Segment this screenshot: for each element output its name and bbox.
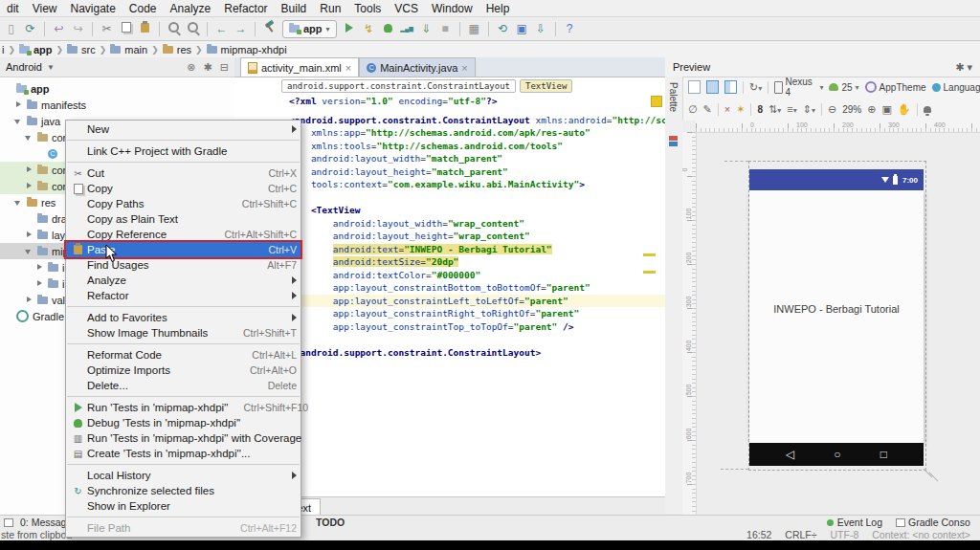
tree-item-manifests[interactable]: manifests xyxy=(0,97,234,113)
cut-icon[interactable]: ✂ xyxy=(98,19,116,38)
code-line[interactable]: </android.support.constraint.ConstraintL… xyxy=(289,346,665,360)
tab-palette[interactable]: Palette xyxy=(668,82,679,112)
run-icon[interactable] xyxy=(341,19,359,38)
chevron-right-icon[interactable] xyxy=(35,263,44,272)
context-menu-item-local-history[interactable]: Local History xyxy=(66,468,301,483)
chevron-down-icon[interactable] xyxy=(25,247,33,255)
collapse-all-icon[interactable]: ⊗ xyxy=(187,61,195,74)
infer-constraints-icon[interactable]: ✶ xyxy=(736,103,745,116)
line-ending-indicator[interactable]: CRLF÷ xyxy=(785,529,816,540)
redo-icon[interactable]: ↪ xyxy=(69,19,87,38)
code-line[interactable]: xmlns:app="http://schemas.android.com/ap… xyxy=(289,126,665,140)
code-line[interactable]: android:text="INWEPO - Berbagi Tutorial" xyxy=(289,243,665,256)
chevron-right-icon[interactable] xyxy=(25,231,33,239)
context-menu-item-reformat-code[interactable]: Reformat CodeCtrl+Alt+L xyxy=(66,347,301,363)
attach-debugger-icon[interactable]: ⇓ xyxy=(417,19,435,38)
context-menu-item-run-tests-in-mipmap-xhdpi[interactable]: Run 'Tests in 'mipmap-xhdpi''Ctrl+Shift+… xyxy=(66,400,301,415)
pan-icon[interactable]: ✋ xyxy=(898,103,911,116)
open-file-icon[interactable]: ▯ xyxy=(2,19,20,38)
context-indicator[interactable]: Context: <no context> xyxy=(872,529,970,540)
theme-selector[interactable]: AppTheme xyxy=(865,81,926,93)
context-menu-item-synchronize-selected-files[interactable]: ↻Synchronize selected files xyxy=(66,483,301,498)
context-menu-item-create-tests-in-mipmap-xhdpi[interactable]: ▤Create 'Tests in 'mipmap-xhdpi''... xyxy=(66,446,301,461)
both-surfaces-icon[interactable] xyxy=(724,80,737,94)
stop-icon[interactable]: ■ xyxy=(436,19,455,38)
context-menu-item-cut[interactable]: ✂CutCtrl+X xyxy=(66,165,301,181)
avd-manager-icon[interactable]: ▣ xyxy=(513,19,531,38)
menu-code[interactable]: Code xyxy=(122,2,164,15)
context-menu-item-add-to-favorites[interactable]: Add to Favorites xyxy=(66,310,301,325)
editor-breadcrumb-TextView[interactable]: TextView xyxy=(520,79,572,93)
context-menu-item-run-tests-in-mipmap-xhdpi-with-coverage[interactable]: ▥Run 'Tests in 'mipmap-xhdpi'' with Cove… xyxy=(66,430,301,446)
zoom-in-icon[interactable]: ⊕ xyxy=(867,103,876,116)
find-icon[interactable] xyxy=(165,19,183,38)
menu-help[interactable]: Help xyxy=(479,2,517,15)
breadcrumb-item-app[interactable]: app xyxy=(19,44,53,55)
code-line[interactable]: app:layout_constraintBottom_toBottomOf="… xyxy=(289,281,665,295)
context-menu-item-show-image-thumbnails[interactable]: Show Image ThumbnailsCtrl+Shift+T xyxy=(66,325,301,341)
code-line[interactable]: xmlns:tools="http://schemas.android.com/… xyxy=(289,140,665,153)
pack-icon[interactable]: ⇅▾ xyxy=(768,103,781,116)
forward-icon[interactable]: → xyxy=(232,19,250,38)
orientation-icon[interactable]: ↻▾ xyxy=(749,81,762,94)
chevron-down-icon[interactable] xyxy=(14,117,23,125)
close-icon[interactable]: × xyxy=(345,62,351,74)
context-menu-item-show-in-explorer[interactable]: Show in Explorer xyxy=(66,498,301,514)
toolwindow-event-log[interactable]: Event Log xyxy=(827,517,882,528)
context-menu-item-copy-as-plain-text[interactable]: Copy as Plain Text xyxy=(66,211,301,227)
context-menu-item-copy[interactable]: CopyCtrl+C xyxy=(66,181,301,196)
tab-activity_main.xml[interactable]: activity_main.xml× xyxy=(240,57,359,77)
code-line[interactable]: tools:context="com.example.wiku.abi.Main… xyxy=(289,178,665,191)
autoconnect-off-icon[interactable]: ∅ xyxy=(688,103,698,116)
menu-view[interactable]: View xyxy=(26,2,64,15)
code-line[interactable]: <?xml version="1.0" encoding="utf-8"?> xyxy=(289,95,665,108)
context-menu-item-copy-reference[interactable]: Copy ReferenceCtrl+Alt+Shift+C xyxy=(66,227,301,242)
api-selector[interactable]: 25▾ xyxy=(829,82,858,93)
zoom-fit-icon[interactable]: ▣ xyxy=(881,103,891,116)
design-canvas[interactable]: 0100200300400 0100200300400500600700 INW… xyxy=(682,121,980,515)
help-icon[interactable]: ? xyxy=(561,19,579,38)
code-line[interactable]: android:layout_width="wrap_content" xyxy=(289,217,665,231)
undo-icon[interactable]: ↩ xyxy=(50,19,68,38)
menu-window[interactable]: Window xyxy=(425,2,479,15)
menu-navigate[interactable]: Navigate xyxy=(63,2,122,15)
context-menu-item-paste[interactable]: PasteCtrl+V xyxy=(66,242,301,257)
warning-stripe-mark[interactable] xyxy=(643,271,656,274)
code-line[interactable]: app:layout_constraintTop_toTopOf="parent… xyxy=(289,320,665,334)
preview-textview[interactable]: INWEPO - Berbagi Tutorial xyxy=(749,303,924,315)
caret-position[interactable]: 16:52 xyxy=(746,529,771,540)
code-line[interactable]: android:textSize="20dp" xyxy=(289,255,665,269)
hide-panel-icon[interactable]: ⊟ xyxy=(220,61,229,74)
editor-breadcrumb-android.support.constraint.ConstraintLayout[interactable]: android.support.constraint.ConstraintLay… xyxy=(281,79,516,93)
sync-files-icon[interactable]: ⟳ xyxy=(21,19,39,38)
tab-MainActivity.java[interactable]: MainActivity.java× xyxy=(359,57,476,77)
replace-icon[interactable] xyxy=(184,19,202,38)
breadcrumb-item-res[interactable]: res xyxy=(163,44,191,55)
context-menu-item-new[interactable]: New xyxy=(66,121,301,137)
debug-icon[interactable] xyxy=(379,19,397,38)
language-selector[interactable]: Language xyxy=(932,82,980,93)
context-menu-item-delete[interactable]: Delete...Delete xyxy=(66,378,301,393)
code-line[interactable]: android:layout_height="wrap_content" xyxy=(289,230,665,243)
code-line[interactable]: android:textColor="#000000" xyxy=(289,269,665,282)
notifications-bell-icon[interactable] xyxy=(924,106,931,113)
gear-icon[interactable]: ✱ ▾ xyxy=(955,61,972,74)
menu-tools[interactable]: Tools xyxy=(347,2,388,15)
default-margin-button[interactable]: 8 xyxy=(757,104,763,115)
sdk-manager-icon[interactable]: ⇩ xyxy=(532,19,550,38)
chevron-down-icon[interactable] xyxy=(14,198,23,207)
build-hammer-icon[interactable] xyxy=(260,19,278,38)
menu-vcs[interactable]: VCS xyxy=(388,2,425,15)
menu-build[interactable]: Build xyxy=(275,2,314,15)
chevron-right-icon[interactable] xyxy=(35,279,44,288)
apply-changes-icon[interactable]: ↯ xyxy=(360,19,378,38)
code-line[interactable]: android:layout_height="match_parent" xyxy=(289,165,665,179)
warning-stripe-mark[interactable] xyxy=(643,253,656,256)
paste-icon[interactable] xyxy=(136,19,154,38)
chevron-right-icon[interactable] xyxy=(25,165,33,174)
breadcrumb-item-main[interactable]: main xyxy=(110,44,147,55)
close-icon[interactable]: × xyxy=(461,62,467,74)
design-surface-icon[interactable] xyxy=(688,80,701,94)
chevron-right-icon[interactable] xyxy=(25,182,33,190)
align-icon[interactable]: ≡▾ xyxy=(787,103,796,115)
